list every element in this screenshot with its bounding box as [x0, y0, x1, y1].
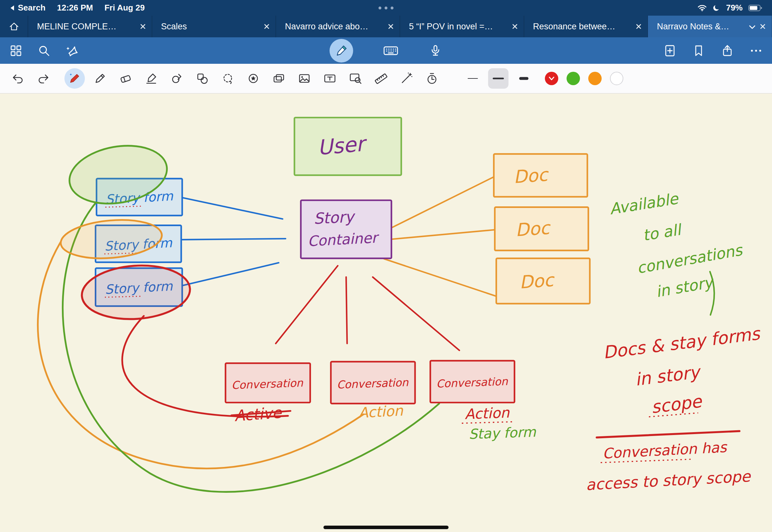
color-swatch-group	[545, 72, 623, 85]
storyform-to-container-connectors	[182, 198, 286, 285]
user-label: User	[316, 131, 368, 159]
lasso-tool-button[interactable]	[218, 68, 238, 89]
action-red-label: Action	[464, 404, 510, 423]
stickers-tool-button[interactable]	[243, 68, 264, 89]
conversation-sublabels: Active Action Action Stay form	[231, 402, 537, 442]
status-bar: Search 12:26 PM Fri Aug 29 79%	[0, 0, 772, 16]
tab-close-icon[interactable]	[512, 23, 518, 30]
highlighter-tool-button[interactable]	[141, 68, 161, 89]
conversation-label: Conversation	[231, 376, 304, 392]
image-search-tool-button[interactable]	[345, 68, 366, 89]
thickness-medium-button[interactable]	[488, 68, 508, 89]
divider-stroke	[597, 431, 739, 438]
ballpoint-pen-icon	[68, 71, 82, 85]
svg-text:to all: to all	[642, 221, 683, 244]
svg-text:conversations: conversations	[635, 241, 745, 277]
color-white[interactable]	[610, 72, 623, 85]
eraser-tool-button[interactable]	[115, 68, 136, 89]
orange-curve-link	[38, 242, 363, 469]
pen-mode-icon	[334, 44, 348, 58]
note-canvas[interactable]: User Story Container Story form Story fo…	[0, 93, 772, 532]
story-container-label-1: Story	[313, 208, 356, 227]
battery-icon	[748, 4, 762, 11]
tab-close-icon[interactable]	[388, 23, 394, 30]
green-note: Available to all conversations in story	[608, 190, 745, 315]
story-container-box: Story Container	[301, 200, 391, 258]
diagram-drawing: User Story Container Story form Story fo…	[0, 93, 772, 532]
back-label: Search	[18, 3, 46, 13]
tab-label: MELINE COMPLE…	[37, 22, 136, 32]
redo-button[interactable]	[33, 68, 54, 89]
svg-text:scope: scope	[650, 391, 704, 417]
svg-text:Docs & stay forms: Docs & stay forms	[602, 323, 762, 363]
main-toolbar	[0, 37, 772, 64]
ruler-tool-button[interactable]	[371, 68, 391, 89]
microphone-button[interactable]	[428, 44, 442, 58]
laser-pointer-tool-button[interactable]	[396, 68, 417, 89]
doc-box-2: Doc	[495, 207, 588, 250]
back-triangle-icon	[10, 5, 15, 11]
tab-close-icon[interactable]	[760, 23, 766, 30]
share-button[interactable]	[720, 44, 734, 58]
conversation-box-1: Conversation	[226, 363, 310, 403]
tab-resonance-between[interactable]: Resonance betwee…	[524, 16, 648, 37]
bookmark-button[interactable]	[692, 44, 706, 58]
home-button[interactable]	[0, 16, 28, 37]
user-box: User	[294, 118, 401, 175]
color-red-selected[interactable]	[545, 72, 558, 85]
svg-text:access to story scope: access to story scope	[585, 468, 752, 494]
thickness-thick-button[interactable]	[514, 68, 534, 89]
doc-label: Doc	[519, 270, 556, 293]
conversation-box-3: Conversation	[430, 361, 515, 403]
drawing-toolbar	[0, 64, 772, 93]
home-icon	[8, 21, 20, 32]
tab-pov-in-novel[interactable]: 5 “I” POV in novel =…	[400, 16, 524, 37]
tab-bar: MELINE COMPLE… Scales Navarro advice abo…	[0, 16, 772, 37]
wifi-icon	[697, 4, 707, 11]
thumbnail-grid-button[interactable]	[9, 44, 23, 58]
more-options-button[interactable]	[749, 44, 763, 58]
text-tool-button[interactable]	[320, 68, 340, 89]
tab-meline-complete[interactable]: MELINE COMPLE…	[28, 16, 152, 37]
undo-button[interactable]	[8, 68, 28, 89]
svg-text:Available: Available	[608, 190, 680, 218]
shape-tool-button[interactable]	[167, 68, 187, 89]
doc-box-1: Doc	[494, 154, 587, 197]
search-button[interactable]	[37, 44, 51, 58]
timer-tool-button[interactable]	[422, 68, 442, 89]
color-green[interactable]	[567, 72, 580, 85]
pen-tool-button[interactable]	[64, 68, 85, 89]
tab-narravo-notes-active[interactable]: Narravo Notes &…	[648, 16, 772, 37]
conversation-label: Conversation	[436, 375, 508, 390]
conversation-box-2: Conversation	[331, 362, 415, 403]
pencil-tool-button[interactable]	[90, 68, 110, 89]
tab-close-icon[interactable]	[140, 23, 146, 30]
multitask-indicator[interactable]	[379, 6, 394, 9]
pen-mode-button[interactable]	[330, 39, 353, 63]
svg-text:in story: in story	[655, 273, 716, 300]
tab-scales[interactable]: Scales	[152, 16, 276, 37]
keyboard-button[interactable]	[382, 44, 399, 58]
thickness-thin-button[interactable]	[463, 68, 483, 89]
image-tool-button[interactable]	[294, 68, 315, 89]
pointer-sparkle-button[interactable]	[65, 44, 79, 58]
tab-chevron-down-icon[interactable]	[749, 22, 756, 32]
tab-label: Scales	[161, 22, 260, 32]
tab-navarro-advice[interactable]: Navarro advice abo…	[276, 16, 400, 37]
add-page-button[interactable]	[663, 44, 677, 58]
red-note-conversation-access: Conversation has access to story scope	[585, 439, 752, 493]
doc-label: Doc	[513, 164, 550, 188]
home-indicator[interactable]	[323, 526, 449, 529]
tab-close-icon[interactable]	[635, 23, 642, 30]
elements-tool-button[interactable]	[192, 68, 212, 89]
back-to-search[interactable]: Search	[10, 3, 46, 13]
tab-label: 5 “I” POV in novel =…	[409, 22, 508, 32]
doc-label: Doc	[515, 217, 552, 240]
color-orange[interactable]	[588, 72, 602, 85]
tab-label: Narravo Notes &…	[657, 22, 745, 32]
doc-box-3: Doc	[496, 258, 590, 304]
svg-text:Conversation has: Conversation has	[602, 439, 728, 462]
tab-close-icon[interactable]	[264, 23, 270, 30]
flashcards-tool-button[interactable]	[269, 68, 289, 89]
action-orange-label: Action	[358, 402, 404, 421]
